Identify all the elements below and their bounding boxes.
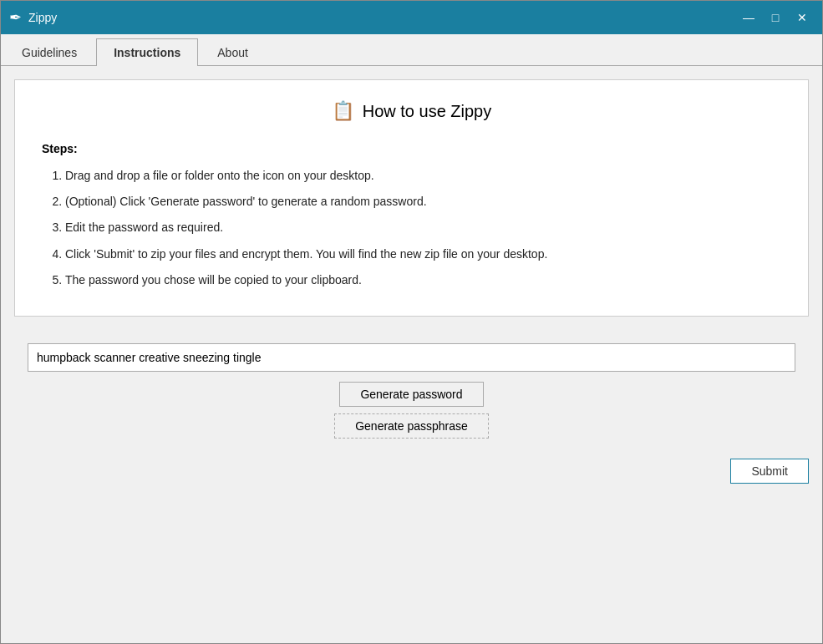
- tab-instructions[interactable]: Instructions: [96, 38, 198, 66]
- list-item: (Optional) Click 'Generate password' to …: [65, 191, 781, 212]
- password-input[interactable]: [28, 343, 795, 372]
- tab-guidelines[interactable]: Guidelines: [4, 38, 94, 66]
- maximize-button[interactable]: □: [764, 8, 787, 28]
- panel-title: 📋 How to use Zippy: [42, 100, 781, 122]
- steps-label: Steps:: [42, 142, 781, 155]
- list-item: The password you chose will be copied to…: [65, 270, 781, 291]
- submit-button[interactable]: Submit: [730, 459, 809, 484]
- app-window: ✒ Zippy — □ ✕ Guidelines Instructions Ab…: [0, 0, 823, 644]
- minimize-button[interactable]: —: [737, 8, 760, 28]
- steps-list: Drag and drop a file or folder onto the …: [42, 165, 781, 291]
- list-item: Click 'Submit' to zip your files and enc…: [65, 244, 781, 265]
- app-title: Zippy: [28, 11, 57, 24]
- close-button[interactable]: ✕: [790, 8, 814, 28]
- app-icon: ✒: [9, 8, 22, 27]
- generate-passphrase-button[interactable]: Generate passphrase: [334, 413, 489, 439]
- title-bar-left: ✒ Zippy: [9, 8, 57, 27]
- tab-about[interactable]: About: [200, 38, 266, 66]
- generate-password-button[interactable]: Generate password: [339, 382, 483, 407]
- title-bar: ✒ Zippy — □ ✕: [1, 1, 822, 34]
- list-item: Drag and drop a file or folder onto the …: [65, 165, 781, 186]
- panel-title-icon: 📋: [332, 100, 354, 122]
- submit-row: Submit: [1, 452, 822, 497]
- button-row: Generate password Generate passphrase: [334, 382, 489, 439]
- title-bar-controls: — □ ✕: [737, 8, 814, 28]
- password-section: Generate password Generate passphrase: [1, 330, 822, 452]
- content-area: 📋 How to use Zippy Steps: Drag and drop …: [1, 66, 822, 643]
- list-item: Edit the password as required.: [65, 217, 781, 238]
- panel-title-text: How to use Zippy: [363, 102, 492, 121]
- tab-bar: Guidelines Instructions About: [1, 34, 822, 66]
- instructions-panel: 📋 How to use Zippy Steps: Drag and drop …: [14, 79, 809, 317]
